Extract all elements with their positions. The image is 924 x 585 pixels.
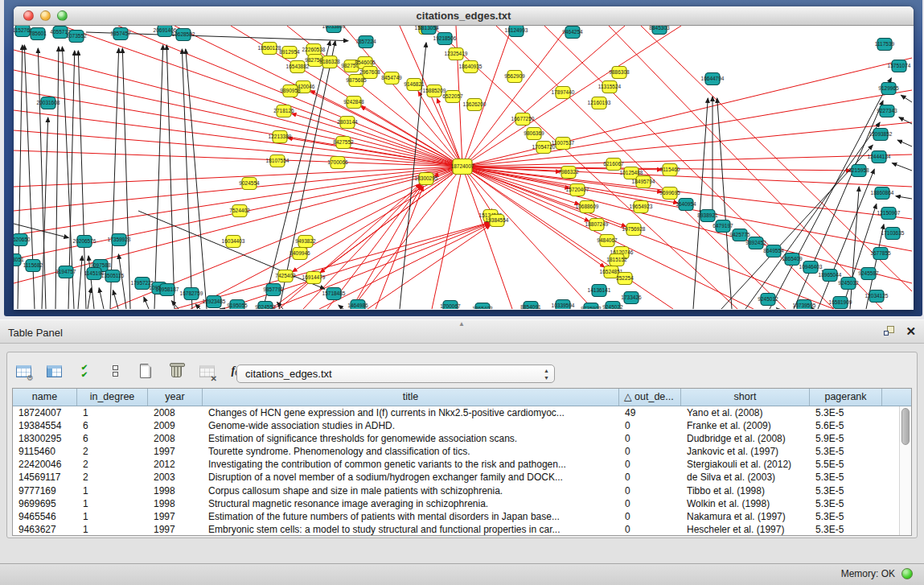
- network-node[interactable]: 252254: [616, 273, 634, 285]
- table-row[interactable]: 1456911722003Disruption of a novel membe…: [13, 471, 911, 484]
- network-node[interactable]: 16782759: [180, 288, 203, 300]
- table-selector-dropdown[interactable]: citations_edges.txt ▲▼: [236, 365, 555, 383]
- network-node[interactable]: 1733426: [621, 292, 642, 304]
- network-node[interactable]: 18300295: [415, 173, 438, 185]
- network-node[interactable]: 9227343: [877, 105, 897, 117]
- network-node[interactable]: 1117539: [875, 39, 895, 51]
- network-node[interactable]: 8186328: [319, 56, 340, 68]
- network-node[interactable]: 16644794: [701, 73, 725, 85]
- network-node[interactable]: 12444134: [868, 151, 891, 163]
- network-graph[interactable]: 1872400718560128891295422260538982750916…: [14, 26, 912, 309]
- network-node[interactable]: 9242848: [343, 97, 364, 109]
- column-header-pagerank[interactable]: pagerank: [810, 389, 882, 406]
- network-node[interactable]: 1815152: [606, 254, 627, 266]
- network-node[interactable]: 2718126: [273, 105, 294, 117]
- column-header-year[interactable]: year: [148, 389, 203, 406]
- column-header-indegree[interactable]: in_degree: [77, 389, 148, 406]
- network-node[interactable]: 9484067: [597, 235, 618, 247]
- network-node[interactable]: 9024553: [255, 302, 276, 310]
- column-header-outde[interactable]: △ out_de...: [619, 389, 681, 406]
- table-row[interactable]: 2242004622012Investigating the contribut…: [13, 458, 911, 471]
- close-panel-icon[interactable]: ✕: [906, 325, 916, 337]
- table-settings-icon[interactable]: ⚙: [14, 361, 33, 381]
- network-node[interactable]: 9806369: [524, 128, 544, 140]
- table-scrollbar[interactable]: [899, 406, 911, 535]
- scrollbar-thumb[interactable]: [901, 408, 910, 445]
- network-node[interactable]: 10339594: [552, 300, 575, 310]
- network-node[interactable]: 8427552: [333, 137, 354, 149]
- network-node[interactable]: 1677855: [870, 248, 891, 260]
- network-node[interactable]: 9245022: [602, 302, 623, 310]
- network-node[interactable]: 9129965: [878, 83, 899, 95]
- network-node[interactable]: 16677250: [511, 113, 535, 126]
- table-row[interactable]: 946362711997Embryonic stem cells: a mode…: [13, 523, 911, 536]
- panel-resize-handle[interactable]: ▲: [458, 320, 465, 328]
- network-node[interactable]: 1640954: [676, 199, 696, 211]
- table-row[interactable]: 1938455462009Genome-wide association stu…: [13, 419, 911, 432]
- network-node[interactable]: 16033809: [322, 26, 346, 33]
- network-node[interactable]: 1865403: [472, 303, 493, 310]
- network-node[interactable]: 8912954: [279, 47, 300, 59]
- network-node[interactable]: 9195055: [227, 300, 248, 310]
- network-node[interactable]: 18107554: [266, 155, 290, 167]
- network-node[interactable]: 1865409: [782, 253, 803, 266]
- network-node[interactable]: 9875685: [346, 75, 367, 87]
- network-node[interactable]: 12325419: [445, 48, 468, 60]
- delete-column-icon[interactable]: [166, 361, 186, 381]
- network-node[interactable]: 18640935: [459, 61, 483, 73]
- network-node[interactable]: 6216067: [603, 159, 624, 171]
- table-row[interactable]: 911546021997Tourette syndrome. Phenomeno…: [13, 445, 911, 458]
- network-node[interactable]: 8454749: [381, 72, 402, 84]
- column-header-title[interactable]: title: [203, 389, 619, 406]
- column-header-short[interactable]: short: [681, 389, 810, 406]
- network-node[interactable]: 9493822: [295, 236, 316, 248]
- row-height-icon[interactable]: [105, 361, 125, 381]
- float-panel-icon[interactable]: [884, 325, 896, 337]
- network-node[interactable]: 12093852: [869, 129, 893, 141]
- network-node[interactable]: 9245587: [858, 268, 879, 280]
- network-node[interactable]: 9024554: [239, 178, 260, 190]
- memory-status-indicator[interactable]: [901, 568, 913, 579]
- network-node[interactable]: 9115460: [660, 164, 680, 176]
- network-node[interactable]: 7425402: [275, 270, 296, 282]
- network-node[interactable]: 11315524: [598, 81, 622, 93]
- network-node[interactable]: 8409946: [290, 248, 310, 260]
- network-node[interactable]: 8813054: [418, 26, 439, 35]
- network-node[interactable]: 785601: [29, 28, 47, 40]
- network-node[interactable]: 1073552: [66, 31, 87, 43]
- network-node[interactable]: 2620650: [14, 234, 31, 246]
- network-node[interactable]: 19218506: [433, 33, 457, 45]
- network-node[interactable]: 12034125: [865, 290, 889, 303]
- network-node[interactable]: 9146821: [404, 79, 425, 91]
- network-node[interactable]: 9425775: [729, 229, 750, 241]
- network-node[interactable]: 1700066: [327, 157, 348, 169]
- network-node[interactable]: 18724007: [451, 159, 474, 175]
- network-node[interactable]: 17103635: [881, 228, 905, 240]
- delete-table-icon[interactable]: ✕: [197, 361, 216, 381]
- network-node[interactable]: 7986322: [558, 167, 579, 179]
- network-node[interactable]: 16581909: [829, 297, 852, 309]
- table-row[interactable]: 977716911998Corpus callosum shape and si…: [13, 484, 911, 497]
- network-node[interactable]: 9245012: [758, 294, 778, 306]
- network-node[interactable]: 10946403: [799, 262, 823, 274]
- network-window[interactable]: citations_edges.txt 18724007185601288912…: [14, 6, 914, 310]
- network-node[interactable]: 12160193: [588, 97, 611, 109]
- network-node[interactable]: 9857791: [263, 284, 284, 296]
- network-node[interactable]: 6479197: [713, 220, 733, 233]
- network-node[interactable]: 15751074: [888, 60, 911, 72]
- create-column-icon[interactable]: [136, 361, 155, 381]
- network-canvas[interactable]: 1872400718560128891295422260538982750916…: [14, 26, 912, 309]
- network-node[interactable]: 8215958: [848, 165, 869, 177]
- network-node[interactable]: 8649554: [763, 245, 784, 257]
- show-columns-icon[interactable]: [44, 361, 64, 381]
- table-row[interactable]: 946554611997Estimation of the future num…: [13, 510, 911, 523]
- network-node[interactable]: 8845303: [649, 26, 670, 35]
- network-node[interactable]: 1700067: [440, 301, 461, 310]
- network-node[interactable]: 7857224: [355, 36, 376, 48]
- network-node[interactable]: 18965044: [819, 270, 842, 282]
- table-row[interactable]: 969969511998Structural magnetic resonanc…: [13, 497, 911, 510]
- network-node[interactable]: 1194757: [56, 266, 76, 278]
- network-node[interactable]: 9886308: [609, 67, 630, 79]
- network-node[interactable]: 9562909: [504, 71, 525, 83]
- network-node[interactable]: 18860864: [871, 187, 894, 200]
